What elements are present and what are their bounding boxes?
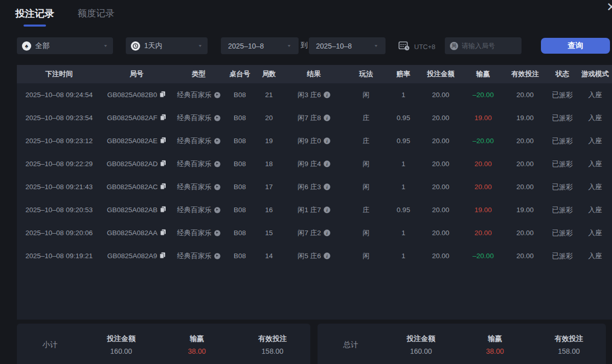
table-header-row: 下注时间局号类型桌台号局数结果玩法赔率投注金额输赢有效投注状态游戏模式 <box>17 65 612 83</box>
cell-result: 闲9 庄4i <box>284 160 344 169</box>
cell-game-type: 经典百家乐 <box>172 252 225 261</box>
cell-table-id: B08 <box>225 229 254 237</box>
cell-round-no: 18 <box>254 160 284 168</box>
cell-odds: 1 <box>388 183 419 191</box>
cell-odds: 0.95 <box>388 137 419 145</box>
info-icon[interactable]: i <box>324 161 330 167</box>
table-row: 2025–10–08 09:21:43GB0825A082AC经典百家乐B081… <box>17 175 612 198</box>
round-number-input[interactable] <box>462 42 516 50</box>
copy-icon[interactable] <box>160 229 166 237</box>
video-badge-icon[interactable] <box>214 230 220 236</box>
subtotal-valid-bet: 有效投注 158.00 <box>235 334 310 359</box>
round-number-inputbox: 局 <box>445 37 522 54</box>
cell-bet-amount-text: 20.00 <box>432 137 449 145</box>
cell-result: 闲3 庄6i <box>284 90 344 100</box>
info-icon[interactable]: i <box>324 253 330 259</box>
clock-icon <box>131 41 140 51</box>
video-badge-icon[interactable] <box>214 115 220 121</box>
date-from-select[interactable]: 2025–10–8 ▼ <box>221 37 299 54</box>
tab-quota-records[interactable]: 额度记录 <box>78 7 115 27</box>
cell-result: 闲7 庄2i <box>284 229 344 238</box>
cell-valid-bet-text: 20.00 <box>516 229 534 237</box>
video-badge-icon[interactable] <box>214 138 220 144</box>
video-badge-icon[interactable] <box>214 253 220 259</box>
cell-bet-type-text: 闲 <box>362 229 370 238</box>
cell-round-id-text: GB0825A082AC <box>107 183 158 191</box>
cell-round-no-text: 14 <box>265 252 273 260</box>
video-badge-icon[interactable] <box>214 92 220 98</box>
cell-round-id: GB0825A082AC <box>101 183 172 191</box>
cell-game-type: 经典百家乐 <box>172 90 225 100</box>
cell-round-id: GB0825A082B0 <box>101 91 172 99</box>
cell-bet-amount-text: 20.00 <box>432 114 449 122</box>
cell-odds-text: 0.95 <box>397 114 410 122</box>
cell-win-loss-text: –20.00 <box>472 137 493 145</box>
cell-win-loss: 19.00 <box>463 206 504 214</box>
cell-bet-type: 闲 <box>344 90 388 100</box>
cell-odds-text: 1 <box>401 229 405 237</box>
cell-odds: 1 <box>388 229 419 237</box>
cell-odds-text: 1 <box>401 160 405 168</box>
cell-game-type-text: 经典百家乐 <box>177 183 212 192</box>
cell-bet-time-text: 2025–10–08 09:21:43 <box>26 183 93 191</box>
total-panel: 总计 投注金额 160.00 输赢 38.00 有效投注 158.00 <box>318 324 606 364</box>
cell-valid-bet: 20.00 <box>504 183 547 191</box>
column-header: 玩法 <box>344 70 388 79</box>
copy-icon[interactable] <box>160 91 166 99</box>
cell-game-mode: 入座 <box>578 229 612 238</box>
cell-game-type: 经典百家乐 <box>172 206 225 215</box>
info-icon[interactable]: i <box>324 92 330 98</box>
cell-win-loss: –20.00 <box>463 252 504 260</box>
cell-bet-amount-text: 20.00 <box>432 183 449 191</box>
copy-icon[interactable] <box>160 114 166 122</box>
active-tab-underline <box>24 25 46 27</box>
search-button[interactable]: 查询 <box>541 38 610 54</box>
column-header: 局号 <box>101 70 172 79</box>
info-icon[interactable]: i <box>324 138 330 144</box>
date-to-select[interactable]: 2025–10–8 ▼ <box>309 37 386 54</box>
column-header: 状态 <box>547 70 578 79</box>
cell-status: 已派彩 <box>547 113 578 123</box>
cell-round-no-text: 21 <box>265 91 273 99</box>
cell-bet-time-text: 2025–10–08 09:19:21 <box>26 252 93 260</box>
cell-win-loss-text: –20.00 <box>472 91 493 99</box>
close-icon[interactable]: ✕ <box>606 0 612 14</box>
cell-odds-text: 1 <box>401 91 405 99</box>
cell-bet-amount: 20.00 <box>419 91 463 99</box>
game-type-select[interactable]: ♠ 全部 ▼ <box>17 37 113 54</box>
cell-valid-bet-text: 20.00 <box>516 252 534 260</box>
copy-icon[interactable] <box>160 183 166 191</box>
cell-result-text: 闲9 庄0 <box>298 136 321 146</box>
column-header: 结果 <box>284 70 344 79</box>
cell-win-loss: 20.00 <box>463 229 504 237</box>
info-icon[interactable]: i <box>324 184 330 190</box>
copy-icon[interactable] <box>160 160 166 168</box>
cell-round-no: 14 <box>254 252 284 260</box>
info-icon[interactable]: i <box>324 230 330 236</box>
copy-icon[interactable] <box>160 137 166 145</box>
video-badge-icon[interactable] <box>214 207 220 213</box>
copy-icon[interactable] <box>160 206 166 214</box>
cell-result: 闲7 庄8i <box>284 113 344 123</box>
cell-bet-amount: 20.00 <box>419 229 463 237</box>
cell-result: 闲5 庄6i <box>284 252 344 261</box>
timezone-indicator[interactable]: UTC+8 <box>398 40 436 53</box>
copy-icon[interactable] <box>160 252 166 260</box>
video-badge-icon[interactable] <box>214 184 220 190</box>
video-badge-icon[interactable] <box>214 161 220 167</box>
tab-betting-records[interactable]: 投注记录 <box>15 7 54 27</box>
cell-win-loss: 20.00 <box>463 183 504 191</box>
cell-bet-time: 2025–10–08 09:22:29 <box>17 160 101 168</box>
table-row: 2025–10–08 09:20:06GB0825A082AA经典百家乐B081… <box>17 221 612 244</box>
cell-table-id-text: B08 <box>234 229 246 237</box>
info-icon[interactable]: i <box>324 207 330 213</box>
cell-game-mode-text: 入座 <box>588 183 602 192</box>
cell-round-no: 15 <box>254 229 284 237</box>
time-range-select[interactable]: 1天内 ▼ <box>126 37 208 54</box>
cell-valid-bet: 20.00 <box>504 229 547 237</box>
cell-win-loss: –20.00 <box>463 91 504 99</box>
chevron-down-icon: ▼ <box>374 44 378 48</box>
cell-game-type: 经典百家乐 <box>172 229 225 238</box>
info-icon[interactable]: i <box>324 115 330 121</box>
cell-bet-amount-text: 20.00 <box>432 229 449 237</box>
